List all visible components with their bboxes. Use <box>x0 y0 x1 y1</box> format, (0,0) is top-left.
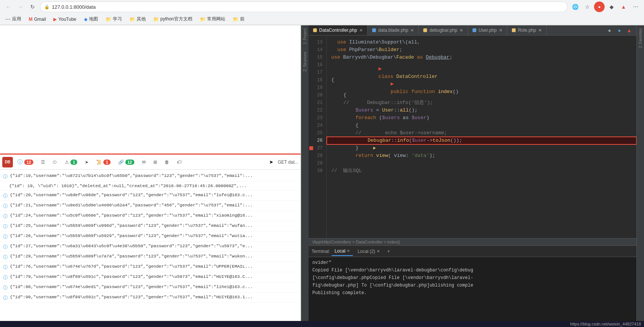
bookmark-icon[interactable]: ☆ <box>582 2 593 12</box>
terminal-add-tab[interactable]: + <box>384 247 393 256</box>
code-area[interactable]: 13 14 15 16 17 18 19 20 21 22 23 24 25 2… <box>309 36 636 238</box>
structure-panel-label[interactable]: Z: Structure <box>303 52 307 71</box>
data-text-11: {"id":99,"username":"\u8f89\u591c","pass… <box>10 294 253 300</box>
bookmark-apps[interactable]: ⋯ 应用 <box>3 15 23 23</box>
bookmark-other[interactable]: 📁 其他 <box>127 15 148 23</box>
close-icon-0[interactable]: ✕ <box>359 28 363 33</box>
firefox-icon[interactable]: ● <box>615 26 624 34</box>
other-label: 其他 <box>137 16 146 22</box>
forward-button[interactable]: → <box>15 2 26 12</box>
debugbar-tab-route[interactable]: ➤ <box>82 158 92 166</box>
ide-tab-label-debugbar: debugbar.php <box>429 28 457 33</box>
terminal-line-1: Copied File [\vendor\barryvdh\laravel-de… <box>312 267 633 274</box>
back-button[interactable]: ← <box>3 2 14 12</box>
info-dot-icon-11: ⓘ <box>3 284 8 291</box>
code-line-13: use Illuminate\Support\(all, <box>327 39 636 46</box>
ide-tab-data-blade[interactable]: data.blade.php ✕ <box>368 25 419 35</box>
ide-left-sidebar: 1: Project Z: Structure <box>301 25 309 321</box>
address-box[interactable]: 🔒 127.0.0.1:8000/data <box>40 2 568 12</box>
ide-tab-debugbar[interactable]: debugbar.php ✕ <box>419 25 468 35</box>
data-text-10: {"id":80,"username":"\u674e\u9ed1","pass… <box>10 284 253 290</box>
brave-ide-icon[interactable]: ▲ <box>625 26 633 34</box>
profile-icon[interactable]: ● <box>594 2 605 12</box>
bookmark-python[interactable]: 📁 python官方文档 <box>151 15 195 23</box>
bookmark-maps[interactable]: ◆ 地图 <box>82 15 100 23</box>
debugbar-tab-trash[interactable]: 🗑 <box>162 158 172 166</box>
close-icon-1[interactable]: ✕ <box>410 28 414 33</box>
terminal-tab-local[interactable]: Local ✕ <box>332 247 353 256</box>
info-dot-icon-2: ⓘ <box>3 192 8 199</box>
terminal-line-3: fig\debugbar.php] To [\config\debugbar.p… <box>312 282 633 289</box>
more-icon[interactable]: ⋯ <box>630 2 641 12</box>
extension-icon[interactable]: ◆ <box>606 2 617 12</box>
debugbar-tab-link[interactable]: 🔗 12 <box>115 158 137 166</box>
debugbar-tab-clock[interactable]: ⏲ <box>50 158 60 166</box>
ide-top-right-icons: ● ● ▲ <box>602 26 636 34</box>
debugbar-tab-mail[interactable]: ✉ <box>139 158 149 166</box>
debugbar-tab-exception[interactable]: ⚠ 1 <box>62 158 80 166</box>
line-num-15: 15 <box>309 54 326 61</box>
ide-panel: DataController.php ✕ data.blade.php ✕ de… <box>309 25 636 321</box>
ide-tabs: DataController.php ✕ data.blade.php ✕ de… <box>309 25 636 36</box>
line-num-22: 22 <box>309 107 326 114</box>
terminal-line-2: [\config\debugbar.phpCopied File [\vendo… <box>312 274 633 281</box>
apps-label: 应用 <box>12 16 21 22</box>
status-url: https://blog.csdn.net/weixin_44827418 <box>570 322 641 326</box>
line-num-13: 13 <box>309 39 326 46</box>
terminal-line-4: Publishing complete. <box>312 290 633 296</box>
code-line-22: $users = User::all(); <box>327 107 636 114</box>
role-file-icon <box>512 28 516 32</box>
close-icon-4[interactable]: ✕ <box>538 28 542 33</box>
debugbar-tab-info[interactable]: ⓘ 12 <box>14 157 36 167</box>
bookmark-misc[interactable]: 📁 前 <box>231 15 247 23</box>
bookmark-gmail[interactable]: M Gmail <box>27 16 48 23</box>
brave-icon[interactable]: ▲ <box>618 2 629 12</box>
maps-icon: ◆ <box>84 17 87 22</box>
chrome-icon[interactable]: ● <box>605 26 614 34</box>
local2-tab-label: Local (2) <box>357 249 375 254</box>
debugbar-tab-list[interactable]: ☰ <box>38 158 48 166</box>
close-icon-3[interactable]: ✕ <box>499 28 502 33</box>
translate-icon[interactable]: 🌐 <box>570 2 580 12</box>
info-dot-icon-4: ⓘ <box>3 213 8 220</box>
folder-study-icon: 📁 <box>106 17 111 22</box>
data-content[interactable]: ⓘ {"id":19,"username":"\u8721\u7b14\u5c0… <box>0 170 301 321</box>
data-row: ⓘ {"id":21,"username":"\u9ed1\u5d0e\u4e0… <box>0 201 301 211</box>
terminal-label: Terminal: <box>312 249 330 254</box>
method-text: GET dat... <box>278 160 298 165</box>
terminal-tab-local2[interactable]: Local (2) ✕ <box>354 247 383 256</box>
info-dot-icon: ⓘ <box>3 173 8 180</box>
close-icon-2[interactable]: ✕ <box>460 28 463 33</box>
bookmark-study[interactable]: 📁 学习 <box>103 15 124 23</box>
line-num-24: 24 <box>309 122 326 129</box>
ide-tab-role[interactable]: Role.php ✕ <box>507 25 547 35</box>
line-num-21: 21 <box>309 99 326 107</box>
line-num-30: 30 <box>309 167 326 175</box>
terminal-content[interactable]: ovider" Copied File [\vendor\barryvdh\la… <box>309 257 636 321</box>
local2-tab-close[interactable]: ✕ <box>377 249 380 253</box>
code-line-21: // Debugbar::info('信息'); <box>327 99 636 107</box>
info-dot-icon-12: ⓘ <box>3 294 8 301</box>
ide-tab-user[interactable]: User.php ✕ <box>468 25 507 35</box>
reload-button[interactable]: ↻ <box>27 2 38 12</box>
bookmark-youtube[interactable]: ▶ YouTube <box>51 16 78 23</box>
badge-1-green: 1 <box>70 160 77 165</box>
debugbar-tab-grid[interactable]: ⊞ <box>150 158 160 166</box>
data-text-0b: {"id": 19, \"uid\": 1010}","deleted_at":… <box>9 183 247 189</box>
debugbar-tab-db[interactable]: 📜 1 <box>93 158 113 166</box>
ide-tab-datacontroller[interactable]: DataController.php ✕ <box>309 25 368 35</box>
project-panel-label[interactable]: 1: Project <box>303 28 307 44</box>
nav-buttons: ← → ↻ <box>3 2 38 12</box>
local-tab-close[interactable]: ✕ <box>347 249 350 253</box>
favorites-label[interactable]: 2: Favorites <box>638 28 642 48</box>
maps-label: 地图 <box>89 16 98 22</box>
arrow-icon: ➤ <box>85 160 89 165</box>
data-row: ⓘ {"id":26,"username":"\u5b59\u609f\u592… <box>0 231 301 242</box>
data-text-2: {"id":21,"username":"\u9ed1\u5d0e\u4e00\… <box>10 202 253 208</box>
debugbar-tab-tag[interactable]: 🏷 <box>174 158 184 166</box>
debugbar-tabs: DB ⓘ 12 ☰ ⏲ ⚠ 1 <box>0 155 301 170</box>
bookmark-common[interactable]: 📁 常用网站 <box>198 15 228 23</box>
folder-other-icon: 📁 <box>129 17 135 22</box>
gmail-label: Gmail <box>34 17 46 22</box>
tag-icon: 🏷 <box>177 160 181 165</box>
